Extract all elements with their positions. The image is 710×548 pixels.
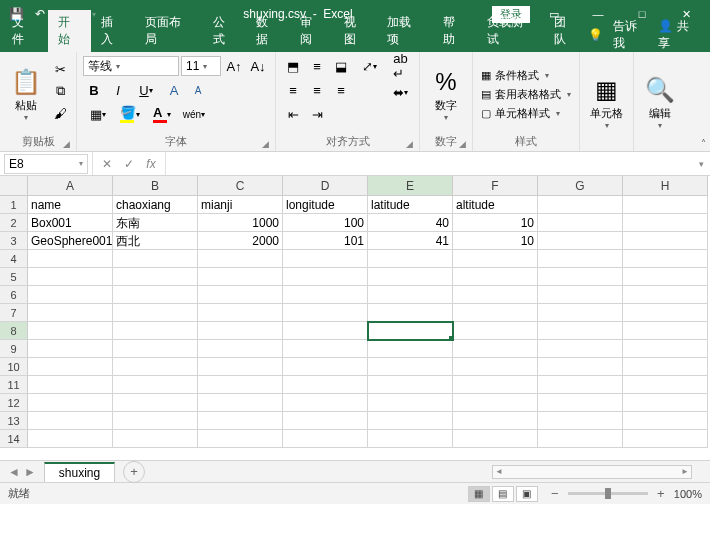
cell[interactable]	[283, 286, 368, 304]
cell[interactable]: 1000	[198, 214, 283, 232]
cell[interactable]	[538, 340, 623, 358]
cell[interactable]	[113, 430, 198, 448]
cell[interactable]	[623, 232, 708, 250]
conditional-formatting-button[interactable]: ▦条件格式▾	[479, 67, 573, 84]
cancel-formula-icon[interactable]: ✕	[97, 157, 117, 171]
wrap-text-button[interactable]: ab↵	[388, 56, 413, 76]
orientation-icon[interactable]: ⤢▾	[354, 56, 384, 76]
cell[interactable]	[453, 430, 538, 448]
cell[interactable]	[28, 430, 113, 448]
cell[interactable]	[453, 412, 538, 430]
cell[interactable]	[538, 376, 623, 394]
zoom-slider[interactable]	[568, 492, 648, 495]
merge-center-button[interactable]: ⬌ ▾	[388, 82, 413, 102]
cell[interactable]	[623, 340, 708, 358]
cell[interactable]	[198, 304, 283, 322]
cell[interactable]: 西北	[113, 232, 198, 250]
cell[interactable]: name	[28, 196, 113, 214]
cell[interactable]	[623, 196, 708, 214]
cell[interactable]	[368, 286, 453, 304]
column-header[interactable]: G	[538, 176, 623, 196]
row-header[interactable]: 6	[0, 286, 28, 304]
row-header[interactable]: 1	[0, 196, 28, 214]
paste-button[interactable]: 📋 粘贴 ▾	[6, 56, 46, 132]
cell[interactable]	[453, 376, 538, 394]
tab-loadtest[interactable]: 负载测试	[477, 10, 544, 52]
cell[interactable]	[28, 250, 113, 268]
column-header[interactable]: D	[283, 176, 368, 196]
zoom-in-button[interactable]: +	[654, 486, 668, 501]
sheet-nav-prev-icon[interactable]: ◄	[8, 465, 20, 479]
cell[interactable]	[283, 430, 368, 448]
bold-button[interactable]: B	[83, 80, 105, 100]
cell[interactable]	[28, 412, 113, 430]
tab-home[interactable]: 开始	[48, 10, 92, 52]
cell[interactable]	[28, 394, 113, 412]
cell[interactable]	[28, 286, 113, 304]
cell[interactable]	[28, 358, 113, 376]
cell[interactable]	[538, 394, 623, 412]
cell[interactable]	[113, 268, 198, 286]
tab-formulas[interactable]: 公式	[203, 10, 247, 52]
cell[interactable]	[283, 358, 368, 376]
cell[interactable]	[368, 268, 453, 286]
number-launcher-icon[interactable]: ◢	[459, 139, 466, 149]
cell[interactable]: 41	[368, 232, 453, 250]
cell[interactable]	[623, 250, 708, 268]
decrease-font-icon[interactable]: A↓	[247, 56, 269, 76]
cell[interactable]	[538, 304, 623, 322]
cell[interactable]	[368, 358, 453, 376]
row-header[interactable]: 11	[0, 376, 28, 394]
cell[interactable]	[538, 250, 623, 268]
cell[interactable]	[538, 286, 623, 304]
column-header[interactable]: E	[368, 176, 453, 196]
tellme-button[interactable]: 告诉我	[613, 18, 648, 52]
cell[interactable]: chaoxiang	[113, 196, 198, 214]
fx-icon[interactable]: fx	[141, 157, 161, 171]
cell[interactable]	[368, 412, 453, 430]
cell[interactable]: longitude	[283, 196, 368, 214]
row-header[interactable]: 8	[0, 322, 28, 340]
font-size-combo[interactable]: 11▾	[181, 56, 221, 76]
tab-addins[interactable]: 加载项	[377, 10, 433, 52]
cell[interactable]	[113, 340, 198, 358]
cell[interactable]	[198, 268, 283, 286]
cell[interactable]	[198, 412, 283, 430]
column-header[interactable]: H	[623, 176, 708, 196]
decrease-indent-icon[interactable]: ⇤	[282, 104, 304, 124]
cell[interactable]	[538, 268, 623, 286]
cell[interactable]: 2000	[198, 232, 283, 250]
editing-button[interactable]: 🔍 编辑 ▾	[640, 56, 680, 147]
number-format-button[interactable]: % 数字 ▾	[426, 56, 466, 132]
cell[interactable]: Box001	[28, 214, 113, 232]
cell[interactable]	[623, 286, 708, 304]
sheet-tab-shuxing[interactable]: shuxing	[44, 462, 115, 482]
row-header[interactable]: 2	[0, 214, 28, 232]
align-middle-icon[interactable]: ≡	[306, 56, 328, 76]
alignment-launcher-icon[interactable]: ◢	[406, 139, 413, 149]
tab-page-layout[interactable]: 页面布局	[135, 10, 202, 52]
cell[interactable]	[453, 358, 538, 376]
tab-team[interactable]: 团队	[544, 10, 588, 52]
cell[interactable]	[283, 376, 368, 394]
tab-data[interactable]: 数据	[246, 10, 290, 52]
cell[interactable]: 10	[453, 214, 538, 232]
cell[interactable]	[623, 268, 708, 286]
format-as-table-button[interactable]: ▤套用表格格式▾	[479, 86, 573, 103]
clipboard-launcher-icon[interactable]: ◢	[63, 139, 70, 149]
font-name-combo[interactable]: 等线▾	[83, 56, 179, 76]
cell[interactable]	[113, 376, 198, 394]
cell[interactable]	[198, 376, 283, 394]
select-all-corner[interactable]	[0, 176, 28, 196]
cell[interactable]: altitude	[453, 196, 538, 214]
cell[interactable]	[538, 214, 623, 232]
copy-icon[interactable]: ⧉	[50, 82, 70, 100]
row-header[interactable]: 4	[0, 250, 28, 268]
cell[interactable]	[623, 214, 708, 232]
cell[interactable]	[28, 376, 113, 394]
cell[interactable]	[538, 232, 623, 250]
cell[interactable]	[538, 196, 623, 214]
row-header[interactable]: 13	[0, 412, 28, 430]
cell[interactable]	[28, 304, 113, 322]
cell[interactable]	[623, 394, 708, 412]
